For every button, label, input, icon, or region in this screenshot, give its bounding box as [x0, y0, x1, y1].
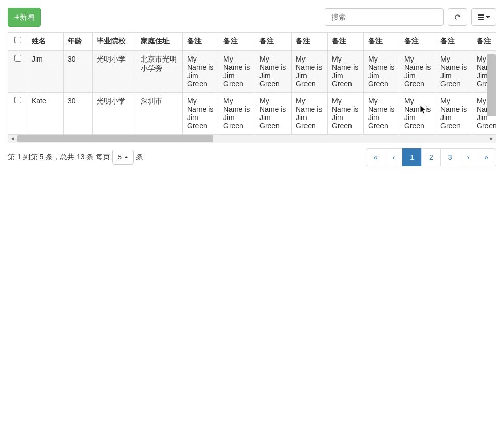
select-all-checkbox[interactable] [14, 37, 21, 43]
header-note[interactable]: 备注 [327, 33, 363, 50]
page-prev[interactable]: ‹ [385, 148, 403, 166]
cell-address: 北京市光明小学旁 [136, 50, 182, 92]
page-2[interactable]: 2 [421, 148, 441, 166]
page-last[interactable]: » [477, 148, 496, 166]
page-size-value: 5 [118, 153, 121, 161]
cell-school: 光明小学 [92, 50, 136, 92]
page-1[interactable]: 1 [402, 148, 422, 166]
cell-note: My Name is Jim Green [182, 92, 219, 134]
header-note[interactable]: 备注 [182, 33, 219, 50]
cell-note: My Name is Jim Green [363, 92, 400, 134]
header-note[interactable]: 备注 [436, 33, 472, 50]
header-note[interactable]: 备注 [400, 33, 436, 50]
header-note[interactable]: 备注 [219, 33, 255, 50]
page-first[interactable]: « [366, 148, 386, 166]
horizontal-scrollbar[interactable]: ◄ ► [8, 134, 496, 143]
caret-up-icon [124, 156, 128, 158]
header-note[interactable]: 备注 [472, 33, 496, 50]
cell-note: My Name is Jim Green [255, 50, 291, 92]
cell-name: Kate [27, 92, 63, 134]
table-row[interactable]: Kate 30 光明小学 深圳市 My Name is Jim Green My… [8, 92, 496, 134]
cell-note: My Name is Jim Green [400, 92, 436, 134]
header-note[interactable]: 备注 [255, 33, 291, 50]
scroll-thumb[interactable] [17, 135, 213, 142]
vertical-scrollbar[interactable] [487, 54, 496, 116]
caret-down-icon [486, 16, 490, 18]
header-note[interactable]: 备注 [363, 33, 400, 50]
row-checkbox[interactable] [14, 55, 21, 62]
scroll-left-arrow[interactable]: ◄ [8, 135, 17, 143]
pagination: « ‹ 1 2 3 › » [366, 148, 496, 166]
cell-school: 光明小学 [92, 92, 136, 134]
pagination-info-suffix: 条 [136, 153, 143, 162]
cell-note: My Name is Jim Green [291, 92, 327, 134]
cell-note: My Name is Jim Green [291, 50, 327, 92]
plus-icon: + [14, 11, 19, 23]
cell-address: 深圳市 [136, 92, 182, 134]
page-next[interactable]: › [460, 148, 478, 166]
add-button[interactable]: +新增 [8, 8, 41, 27]
search-input[interactable] [325, 8, 444, 26]
cell-note: My Name is Jim Green [363, 50, 400, 92]
page-3[interactable]: 3 [440, 148, 460, 166]
cell-name: Jim [27, 50, 63, 92]
scroll-right-arrow[interactable]: ► [487, 135, 496, 143]
header-address[interactable]: 家庭住址 [136, 33, 182, 50]
header-school[interactable]: 毕业院校 [92, 33, 136, 50]
cell-note: My Name is Jim Green [327, 92, 363, 134]
page-size-select[interactable]: 5 [112, 150, 133, 165]
refresh-button[interactable] [448, 8, 467, 26]
row-checkbox[interactable] [14, 97, 21, 103]
header-name[interactable]: 姓名 [27, 33, 63, 50]
header-checkbox-cell [8, 33, 27, 50]
columns-button[interactable] [471, 8, 496, 26]
cell-note: My Name is Jim Green [255, 92, 291, 134]
table-row[interactable]: Jim 30 光明小学 北京市光明小学旁 My Name is Jim Gree… [8, 50, 496, 92]
cell-age: 30 [63, 92, 92, 134]
header-note[interactable]: 备注 [291, 33, 327, 50]
cell-note: My Name is Jim Green [400, 50, 436, 92]
pagination-info: 第 1 到第 5 条，总共 13 条 每页 [8, 153, 110, 162]
cell-note: My Name is Jim Green [182, 50, 219, 92]
cell-age: 30 [63, 50, 92, 92]
grid-icon [478, 14, 484, 20]
add-button-label: 新增 [20, 12, 34, 22]
cell-note: My Name is Jim Green [219, 92, 255, 134]
data-table: 姓名 年龄 毕业院校 家庭住址 备注 备注 备注 备注 备注 备注 备注 备注 … [8, 32, 496, 143]
header-age[interactable]: 年龄 [63, 33, 92, 50]
refresh-icon [454, 13, 461, 21]
cell-note: My Name is Jim Green [436, 50, 472, 92]
cell-note: My Name is Jim Green [327, 50, 363, 92]
cell-note: My Name is Jim Green [436, 92, 472, 134]
cell-note: My Name is Jim Green [219, 50, 255, 92]
